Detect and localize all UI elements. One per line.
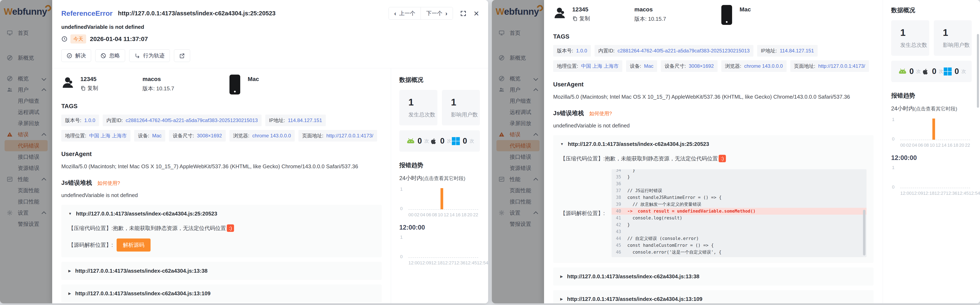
app-window-left: Webfunny 首页新概览概览用户用户细查远程调试录屏回放错误代码错误接口错误… (0, 0, 488, 303)
modal-header: ReferenceError http://127.0.0.1:4173/ass… (52, 0, 488, 69)
source-code-block[interactable]: 34 }35}3637// JS运行时错误38const handleJSRun… (612, 169, 867, 257)
code-line-46: 46 console.error('这是一个自定义错误', { (612, 249, 867, 255)
main-column: 12345 复制 macos 版本: 10.15.7 M (52, 69, 391, 303)
tag-chip: IP地址:114.84.127.151 (265, 115, 326, 126)
sad-badge: :) (227, 224, 234, 232)
fullscreen-button[interactable] (460, 10, 466, 17)
tag-chip: IP地址:114.84.127.151 (757, 45, 818, 57)
tag-chip: 版本号:1.0.0 (61, 115, 99, 126)
check-circle-icon (67, 53, 72, 59)
prev-button[interactable]: ‹ 上一个 (389, 7, 421, 19)
os-stats-box: 0 次 0 次 0 次 (399, 130, 480, 152)
tags-title: TAGS (553, 33, 873, 40)
overview-column: 数据概况 1 发生总次数 1 影响用户数 (883, 0, 980, 303)
route-icon (134, 53, 140, 59)
stack-frame-expanded: ▼ http://127.0.0.1:4173/assets/index-c62… (553, 135, 873, 263)
pager: ‹ 上一个 下一个 › (388, 7, 453, 20)
code-line-35: 35} (612, 174, 867, 180)
tags-list: 版本号:1.0.0内置ID:c2881264-4762-40f5-a221-a5… (553, 45, 873, 72)
js-stack-title: Js错误堆栈 (61, 179, 92, 187)
selected-hour-label: 12:00:00 (399, 224, 480, 231)
code-scrollbar[interactable] (863, 210, 865, 255)
device-icon (721, 5, 732, 25)
windows-stat: 0 次 (943, 67, 966, 76)
code-block-lines: 34 }35}3637// JS运行时错误38const handleJSRun… (612, 169, 867, 255)
copy-user-id[interactable]: 复制 (80, 85, 143, 92)
stack-frame-toggle[interactable]: ▶ http://127.0.0.1:4173/assets/index-c62… (560, 273, 867, 280)
windows-icon (452, 137, 460, 145)
overview-title: 数据概况 (891, 6, 972, 14)
today-badge: 今天 (70, 34, 86, 43)
stat-card-total: 1 发生总次数 (891, 20, 929, 56)
trend-chart-24h[interactable]: 1 0 000204060810121416182022 (891, 117, 972, 148)
overview-column: 数据概况 1 发生总次数 1 影响用户数 (391, 69, 488, 303)
source-pos-label: 【源码解析位置】: (560, 210, 612, 217)
close-button[interactable]: × (474, 10, 479, 17)
code-line-45: 45const handleCustomError = () => { (612, 242, 867, 249)
stat-card-users: 1 影响用户数 (934, 20, 972, 56)
caret-right-icon: ▶ (68, 269, 71, 273)
trend-range-label[interactable]: 24小时内(点击查看其它时段) (891, 105, 972, 112)
stack-error-message: undefinedVariable is not defined (553, 123, 873, 129)
apple-icon (429, 137, 438, 145)
tags-title: TAGS (61, 103, 382, 110)
code-line-37: 37// JS运行时错误 (612, 187, 867, 194)
modal-backdrop (0, 0, 52, 303)
stack-frame-toggle[interactable]: ▶ http://127.0.0.1:4173/assets/index-c62… (68, 290, 375, 297)
caret-down-icon: ▼ (68, 212, 72, 216)
trend-chart-hour[interactable]: 1 0 12:0012:0912:1812:2712:3612:4512:54 (399, 234, 480, 266)
stack-frame: ▶ http://127.0.0.1:4173/assets/index-c62… (553, 268, 873, 286)
user-avatar-icon (553, 6, 567, 20)
copy-user-id[interactable]: 复制 (572, 15, 634, 22)
trend-chart-24h[interactable]: 1 0 000204060810121416182022 (399, 186, 480, 217)
tag-chip: 地理位置:中国 上海 上海市 (553, 60, 622, 72)
error-detail-modal: ReferenceError http://127.0.0.1:4173/ass… (52, 0, 488, 303)
how-to-use-link[interactable]: 如何使用? (589, 110, 612, 117)
android-stat: 0 次 (898, 67, 921, 76)
how-to-use-link[interactable]: 如何使用? (97, 180, 120, 187)
resolve-button[interactable]: 解决 (61, 50, 91, 62)
sad-badge: :) (719, 155, 726, 162)
app-window-right: Webfunny 首页新概览概览用户用户细查远程调试录屏回放错误代码错误接口错误… (492, 0, 980, 303)
stack-frame-toggle[interactable]: ▼ http://127.0.0.1:4173/assets/index-c62… (560, 141, 867, 147)
behavior-trace-button[interactable]: 行为轨迹 (129, 50, 170, 62)
stack-frame-toggle[interactable]: ▶ http://127.0.0.1:4173/assets/index-c62… (560, 296, 867, 302)
apple-icon (921, 67, 929, 76)
parse-source-button[interactable]: 解析源码 (116, 238, 151, 252)
tag-chip: 设备:Mac (626, 60, 657, 72)
tag-chip: 设备:Mac (134, 130, 165, 142)
tag-chip: 版本号:1.0.0 (553, 45, 591, 57)
code-line-40: 40-> const result = undefinedVariable.so… (612, 208, 867, 215)
trend-bar-11 (441, 188, 443, 209)
stack-frame-toggle[interactable]: ▶ http://127.0.0.1:4173/assets/index-c62… (68, 268, 375, 274)
modal-scrollbar-thumb[interactable] (977, 34, 979, 108)
os-name: macos (634, 6, 721, 13)
os-version: 版本: 10.15.7 (143, 85, 229, 92)
stack-frame-expanded: ▼ http://127.0.0.1:4173/assets/index-c62… (61, 205, 382, 257)
clock-icon (61, 36, 67, 42)
selected-hour-label: 12:00:00 (891, 154, 972, 161)
device-name: Mac (740, 6, 751, 13)
compressed-pos-text: 抱歉，未能获取到静态资源，无法定位代码位置 (113, 225, 226, 232)
identity-row: 12345 复制 macos 版本: 10.15.7 M (553, 6, 873, 25)
stack-frame-toggle[interactable]: ▼ http://127.0.0.1:4173/assets/index-c62… (68, 211, 375, 217)
trend-chart-hour[interactable]: 1 0 12:0012:0912:1812:2712:3612:4512:54 (891, 164, 972, 196)
tag-chip: 浏览器:chrome 143.0.0.0 (229, 130, 295, 142)
compressed-pos-text: 抱歉，未能获取到静态资源，无法定位代码位置 (605, 155, 718, 162)
ignore-button[interactable]: 忽略 (95, 50, 125, 62)
tags-list: 版本号:1.0.0内置ID:c2881264-4762-40f5-a221-a5… (61, 115, 382, 142)
windows-icon (943, 67, 952, 76)
compressed-pos-label: 【压缩代码位置】: (68, 225, 113, 232)
stack-frame: ▶ http://127.0.0.1:4173/assets/index-c62… (553, 290, 873, 303)
open-external-button[interactable] (174, 50, 190, 62)
error-datetime: 2026-01-04 11:37:07 (90, 35, 148, 43)
os-name: macos (143, 76, 229, 83)
tag-chip: 地理位置:中国 上海 上海市 (61, 130, 130, 142)
code-line-43: 43 (612, 228, 867, 235)
tag-chip: 浏览器:chrome 143.0.0.0 (721, 60, 787, 72)
tag-chip: 内置ID:c2881264-4762-40f5-a221-a5da79caf38… (103, 115, 262, 126)
screen: Webfunny 首页新概览概览用户用户细查远程调试录屏回放错误代码错误接口错误… (0, 0, 980, 305)
trend-range-label[interactable]: 24小时内(点击查看其它时段) (399, 174, 480, 182)
next-button[interactable]: 下一个 › (421, 7, 453, 19)
tag-chip: 页面地址:http://127.0.0.1:4173/ (298, 130, 377, 142)
